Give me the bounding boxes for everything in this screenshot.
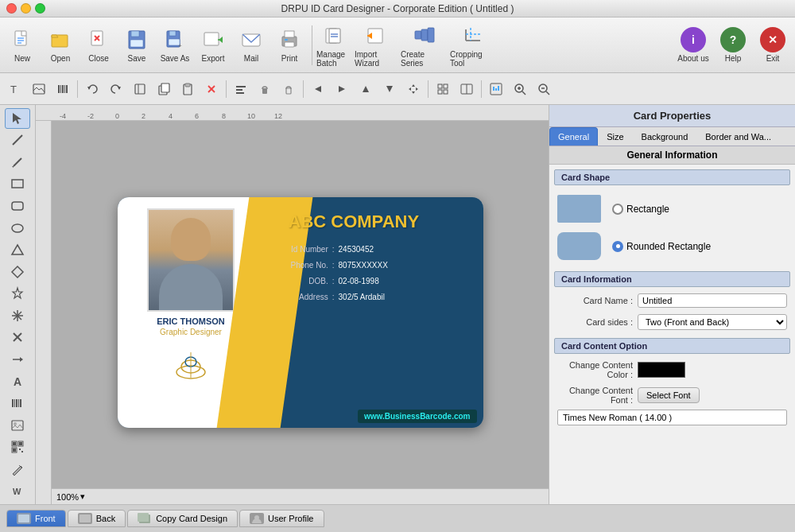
tb2-columns[interactable]	[456, 78, 478, 100]
svg-rect-70	[444, 90, 448, 94]
close-button[interactable]: Close	[80, 21, 117, 69]
tb2-paste[interactable]	[176, 78, 199, 100]
tab-size[interactable]: Size	[598, 127, 632, 146]
card-field-address: Address : 302/5 Ardabil	[289, 289, 390, 305]
tb2-chart[interactable]	[485, 78, 507, 100]
tb2-tool3[interactable]	[129, 78, 151, 100]
barcode-tool[interactable]	[5, 393, 30, 414]
import-wizard-button[interactable]: Import Wizard	[355, 21, 399, 69]
svg-line-85	[13, 135, 22, 145]
open-button[interactable]: Open	[42, 21, 79, 69]
svg-rect-51	[185, 83, 190, 87]
print-button[interactable]: Print	[271, 21, 308, 69]
tb2-arrow-right[interactable]	[331, 78, 353, 100]
image-tool[interactable]	[5, 415, 30, 436]
close-window-button[interactable]	[6, 3, 17, 14]
mail-label: Mail	[244, 54, 258, 63]
tab-copy-card[interactable]: Copy Card Design	[127, 510, 238, 527]
svg-line-78	[522, 91, 525, 95]
help-button[interactable]: ? Help	[715, 21, 751, 69]
new-button[interactable]: New	[4, 21, 41, 69]
card-person-name: ERIC THOMSON	[157, 316, 225, 326]
about-button[interactable]: i About us	[675, 21, 712, 69]
tab-user-profile[interactable]: User Profile	[239, 510, 324, 527]
cross-tool[interactable]	[5, 328, 30, 348]
content-color-field	[638, 362, 787, 378]
tb2-redo[interactable]	[105, 78, 127, 100]
svg-rect-104	[14, 399, 15, 407]
tb2-zoom-in[interactable]	[509, 78, 531, 100]
svg-rect-113	[13, 442, 16, 445]
tb2-grid[interactable]	[432, 78, 454, 100]
exit-button[interactable]: ✕ Exit	[754, 21, 791, 69]
card-company-name: ABC COMPANY	[289, 212, 474, 232]
rounded-rect-option[interactable]: Rounded Rectangle	[612, 241, 711, 252]
export-button[interactable]: Export	[195, 21, 231, 69]
svg-text:A: A	[14, 375, 21, 388]
tb2-copy[interactable]	[153, 78, 175, 100]
pencil-draw-tool[interactable]	[5, 459, 30, 480]
svg-rect-43	[66, 85, 68, 93]
tb2-unlock[interactable]	[277, 78, 300, 100]
rect-tool[interactable]	[5, 174, 30, 195]
qr-tool[interactable]	[5, 437, 30, 457]
tb2-undo[interactable]	[81, 78, 103, 100]
maximize-window-button[interactable]	[35, 3, 45, 14]
minimize-window-button[interactable]	[21, 3, 31, 14]
card-name-input[interactable]	[638, 293, 787, 308]
svg-marker-84	[13, 113, 21, 124]
window-controls[interactable]	[6, 3, 45, 14]
text-tool-2[interactable]: W	[5, 481, 30, 502]
tb2-delete[interactable]	[200, 78, 223, 100]
content-color-swatch[interactable]	[638, 362, 685, 378]
tb2-align-left[interactable]	[230, 78, 252, 100]
snowflake-tool[interactable]	[5, 305, 30, 326]
svg-marker-44	[87, 87, 91, 90]
tb2-zoom-out[interactable]	[533, 78, 555, 100]
create-series-button[interactable]: Create Series	[401, 21, 448, 69]
tb2-image-tool[interactable]	[28, 78, 50, 100]
tab-general[interactable]: General	[549, 127, 598, 146]
rectangle-option[interactable]: Rectangle	[612, 204, 669, 215]
zoom-dropdown-icon[interactable]: ▾	[80, 491, 85, 502]
svg-rect-41	[62, 85, 64, 93]
tb2-move[interactable]	[402, 78, 425, 100]
tb2-arrow-down[interactable]	[378, 78, 401, 100]
tab-back[interactable]: Back	[68, 510, 126, 527]
svg-marker-61	[363, 86, 369, 92]
tab-border[interactable]: Border and Wa...	[696, 127, 780, 146]
tb2-barcode-tool[interactable]	[52, 78, 74, 100]
new-label: New	[14, 54, 30, 63]
ellipse-tool[interactable]	[5, 218, 30, 239]
rounded-rect-tool[interactable]	[5, 196, 30, 216]
arrow-tool[interactable]	[5, 349, 30, 370]
tab-front[interactable]: Front	[6, 510, 66, 527]
card-sides-select[interactable]: One (Front Only) Two (Front and Back)	[638, 314, 787, 330]
tb2-lock[interactable]	[254, 78, 276, 100]
svg-rect-69	[438, 90, 442, 94]
rectangle-radio[interactable]	[612, 204, 623, 215]
card-logo	[171, 344, 211, 384]
tb2-text-tool[interactable]: T	[4, 78, 26, 100]
triangle-tool[interactable]	[5, 239, 30, 260]
mail-button[interactable]: Mail	[233, 21, 270, 69]
save-button[interactable]: Save	[118, 21, 155, 69]
star-tool[interactable]	[5, 284, 30, 305]
rounded-rect-radio[interactable]	[612, 241, 623, 252]
canvas-area[interactable]: -4 -2 0 2 4 6 8 10 12	[36, 105, 549, 504]
select-tool[interactable]	[5, 108, 30, 129]
text-tool[interactable]: A	[5, 371, 30, 392]
pencil-tool[interactable]	[5, 152, 30, 173]
diamond-tool[interactable]	[5, 262, 30, 282]
select-font-button[interactable]: Select Font	[638, 387, 700, 403]
tb2-arrow-left[interactable]	[307, 78, 329, 100]
svg-rect-46	[135, 84, 145, 94]
cropping-tool-button[interactable]: Cropping Tool	[450, 21, 498, 69]
canvas-inner: ERIC THOMSON Graphic Designer	[52, 121, 549, 504]
line-tool[interactable]	[5, 130, 30, 151]
manage-batch-button[interactable]: Manage Batch	[316, 21, 353, 69]
tab-background[interactable]: Background	[633, 127, 697, 146]
tb2-arrow-up[interactable]	[355, 78, 377, 100]
card-right: ABC COMPANY Id Number : 24530452 Phone N…	[265, 197, 483, 428]
save-as-button[interactable]: + Save As	[157, 21, 193, 69]
